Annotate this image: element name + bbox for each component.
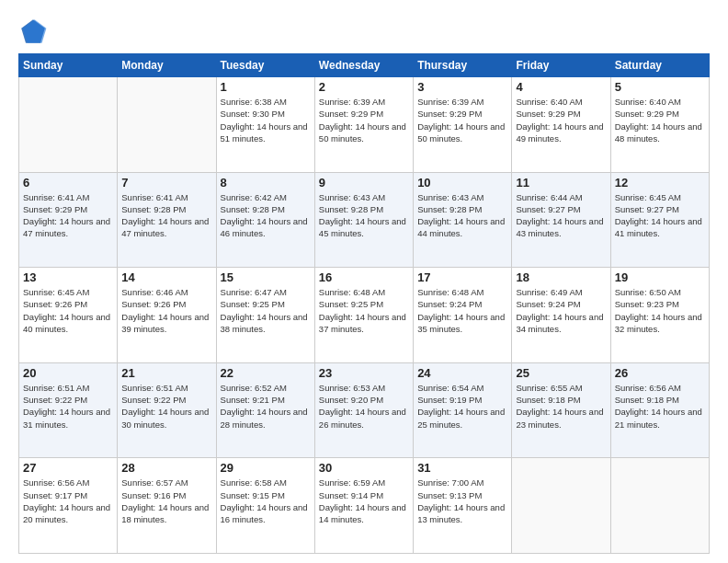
calendar-cell-1-1: 7Sunrise: 6:41 AMSunset: 9:28 PMDaylight… xyxy=(118,172,216,268)
calendar-cell-1-6: 12Sunrise: 6:45 AMSunset: 9:27 PMDayligh… xyxy=(610,172,709,268)
day-number: 11 xyxy=(516,176,606,190)
calendar-cell-3-1: 21Sunrise: 6:51 AMSunset: 9:22 PMDayligh… xyxy=(118,362,216,458)
day-info: Sunrise: 6:40 AMSunset: 9:29 PMDaylight:… xyxy=(615,96,705,144)
calendar-cell-4-3: 30Sunrise: 6:59 AMSunset: 9:14 PMDayligh… xyxy=(314,458,413,554)
day-number: 29 xyxy=(221,461,311,475)
calendar-cell-3-3: 23Sunrise: 6:53 AMSunset: 9:20 PMDayligh… xyxy=(314,362,413,458)
day-info: Sunrise: 6:58 AMSunset: 9:15 PMDaylight:… xyxy=(221,477,311,525)
day-number: 19 xyxy=(615,270,705,284)
calendar-cell-0-1 xyxy=(118,77,216,173)
header xyxy=(18,17,710,46)
calendar-cell-2-1: 14Sunrise: 6:46 AMSunset: 9:26 PMDayligh… xyxy=(118,268,216,363)
day-number: 18 xyxy=(516,270,606,284)
calendar-cell-4-2: 29Sunrise: 6:58 AMSunset: 9:15 PMDayligh… xyxy=(216,458,314,554)
day-info: Sunrise: 6:51 AMSunset: 9:22 PMDaylight:… xyxy=(23,382,113,431)
calendar-cell-1-0: 6Sunrise: 6:41 AMSunset: 9:29 PMDaylight… xyxy=(19,172,118,268)
calendar-cell-4-5 xyxy=(512,458,610,554)
page: SundayMondayTuesdayWednesdayThursdayFrid… xyxy=(0,0,728,563)
calendar-cell-2-5: 18Sunrise: 6:49 AMSunset: 9:24 PMDayligh… xyxy=(512,268,610,363)
calendar-week-row-3: 20Sunrise: 6:51 AMSunset: 9:22 PMDayligh… xyxy=(19,362,710,458)
day-number: 24 xyxy=(417,366,507,380)
day-number: 31 xyxy=(417,461,507,475)
logo xyxy=(18,17,51,46)
calendar-cell-3-6: 26Sunrise: 6:56 AMSunset: 9:18 PMDayligh… xyxy=(610,362,709,458)
day-number: 23 xyxy=(319,366,409,380)
day-number: 8 xyxy=(221,176,311,190)
day-number: 17 xyxy=(417,270,507,284)
day-number: 7 xyxy=(121,176,211,190)
calendar-week-row-0: 1Sunrise: 6:38 AMSunset: 9:30 PMDaylight… xyxy=(19,77,710,173)
calendar-cell-0-2: 1Sunrise: 6:38 AMSunset: 9:30 PMDaylight… xyxy=(216,77,314,173)
day-info: Sunrise: 6:44 AMSunset: 9:27 PMDaylight:… xyxy=(516,191,606,240)
day-info: Sunrise: 6:41 AMSunset: 9:29 PMDaylight:… xyxy=(23,191,113,240)
day-number: 6 xyxy=(23,176,113,190)
calendar-cell-1-3: 9Sunrise: 6:43 AMSunset: 9:28 PMDaylight… xyxy=(314,172,413,268)
calendar-header-friday: Friday xyxy=(512,54,610,77)
day-info: Sunrise: 6:39 AMSunset: 9:29 PMDaylight:… xyxy=(417,96,507,144)
calendar-week-row-1: 6Sunrise: 6:41 AMSunset: 9:29 PMDaylight… xyxy=(19,172,710,268)
day-info: Sunrise: 6:50 AMSunset: 9:23 PMDaylight:… xyxy=(615,286,705,335)
calendar-header-monday: Monday xyxy=(118,54,216,77)
day-info: Sunrise: 6:39 AMSunset: 9:29 PMDaylight:… xyxy=(319,96,409,144)
calendar-cell-1-4: 10Sunrise: 6:43 AMSunset: 9:28 PMDayligh… xyxy=(414,172,512,268)
calendar-cell-4-6 xyxy=(610,458,709,554)
day-number: 20 xyxy=(23,366,113,380)
calendar-cell-4-0: 27Sunrise: 6:56 AMSunset: 9:17 PMDayligh… xyxy=(19,458,118,554)
calendar-week-row-2: 13Sunrise: 6:45 AMSunset: 9:26 PMDayligh… xyxy=(19,268,710,363)
day-info: Sunrise: 6:47 AMSunset: 9:25 PMDaylight:… xyxy=(221,286,311,335)
day-number: 10 xyxy=(417,176,507,190)
calendar-cell-3-4: 24Sunrise: 6:54 AMSunset: 9:19 PMDayligh… xyxy=(414,362,512,458)
calendar-cell-1-5: 11Sunrise: 6:44 AMSunset: 9:27 PMDayligh… xyxy=(512,172,610,268)
calendar-header-row: SundayMondayTuesdayWednesdayThursdayFrid… xyxy=(19,54,710,77)
calendar-cell-2-3: 16Sunrise: 6:48 AMSunset: 9:25 PMDayligh… xyxy=(314,268,413,363)
calendar-week-row-4: 27Sunrise: 6:56 AMSunset: 9:17 PMDayligh… xyxy=(19,458,710,554)
calendar-header-sunday: Sunday xyxy=(19,54,118,77)
day-info: Sunrise: 6:56 AMSunset: 9:18 PMDaylight:… xyxy=(615,382,705,431)
day-number: 30 xyxy=(319,461,409,475)
calendar-cell-4-4: 31Sunrise: 7:00 AMSunset: 9:13 PMDayligh… xyxy=(414,458,512,554)
day-number: 28 xyxy=(121,461,211,475)
calendar-cell-3-2: 22Sunrise: 6:52 AMSunset: 9:21 PMDayligh… xyxy=(216,362,314,458)
calendar-cell-1-2: 8Sunrise: 6:42 AMSunset: 9:28 PMDaylight… xyxy=(216,172,314,268)
day-info: Sunrise: 6:59 AMSunset: 9:14 PMDaylight:… xyxy=(319,477,409,525)
day-number: 13 xyxy=(23,270,113,284)
day-number: 9 xyxy=(319,176,409,190)
day-number: 4 xyxy=(516,80,606,94)
day-info: Sunrise: 6:55 AMSunset: 9:18 PMDaylight:… xyxy=(516,382,606,431)
day-info: Sunrise: 6:49 AMSunset: 9:24 PMDaylight:… xyxy=(516,286,606,335)
day-number: 14 xyxy=(121,270,211,284)
day-info: Sunrise: 6:43 AMSunset: 9:28 PMDaylight:… xyxy=(319,191,409,240)
day-info: Sunrise: 6:56 AMSunset: 9:17 PMDaylight:… xyxy=(23,477,113,525)
day-number: 1 xyxy=(221,80,311,94)
day-number: 15 xyxy=(221,270,311,284)
calendar-cell-4-1: 28Sunrise: 6:57 AMSunset: 9:16 PMDayligh… xyxy=(118,458,216,554)
calendar-cell-2-4: 17Sunrise: 6:48 AMSunset: 9:24 PMDayligh… xyxy=(414,268,512,363)
day-info: Sunrise: 6:52 AMSunset: 9:21 PMDaylight:… xyxy=(221,382,311,431)
calendar-cell-0-5: 4Sunrise: 6:40 AMSunset: 9:29 PMDaylight… xyxy=(512,77,610,173)
day-number: 12 xyxy=(615,176,705,190)
day-number: 2 xyxy=(319,80,409,94)
day-number: 25 xyxy=(516,366,606,380)
day-number: 27 xyxy=(23,461,113,475)
day-number: 21 xyxy=(121,366,211,380)
calendar-table: SundayMondayTuesdayWednesdayThursdayFrid… xyxy=(18,53,710,554)
day-info: Sunrise: 6:40 AMSunset: 9:29 PMDaylight:… xyxy=(516,96,606,144)
svg-marker-1 xyxy=(23,19,47,43)
day-info: Sunrise: 6:42 AMSunset: 9:28 PMDaylight:… xyxy=(221,191,311,240)
day-info: Sunrise: 6:38 AMSunset: 9:30 PMDaylight:… xyxy=(221,96,311,144)
calendar-cell-2-2: 15Sunrise: 6:47 AMSunset: 9:25 PMDayligh… xyxy=(216,268,314,363)
day-info: Sunrise: 7:00 AMSunset: 9:13 PMDaylight:… xyxy=(417,477,507,525)
calendar-header-thursday: Thursday xyxy=(414,54,512,77)
day-info: Sunrise: 6:51 AMSunset: 9:22 PMDaylight:… xyxy=(121,382,211,431)
day-number: 22 xyxy=(221,366,311,380)
day-number: 3 xyxy=(417,80,507,94)
day-number: 5 xyxy=(615,80,705,94)
calendar-cell-3-5: 25Sunrise: 6:55 AMSunset: 9:18 PMDayligh… xyxy=(512,362,610,458)
calendar-cell-0-0 xyxy=(19,77,118,173)
calendar-header-saturday: Saturday xyxy=(610,54,709,77)
day-info: Sunrise: 6:48 AMSunset: 9:24 PMDaylight:… xyxy=(417,286,507,335)
calendar-cell-2-0: 13Sunrise: 6:45 AMSunset: 9:26 PMDayligh… xyxy=(19,268,118,363)
day-info: Sunrise: 6:46 AMSunset: 9:26 PMDaylight:… xyxy=(121,286,211,335)
calendar-cell-3-0: 20Sunrise: 6:51 AMSunset: 9:22 PMDayligh… xyxy=(19,362,118,458)
day-info: Sunrise: 6:45 AMSunset: 9:27 PMDaylight:… xyxy=(615,191,705,240)
